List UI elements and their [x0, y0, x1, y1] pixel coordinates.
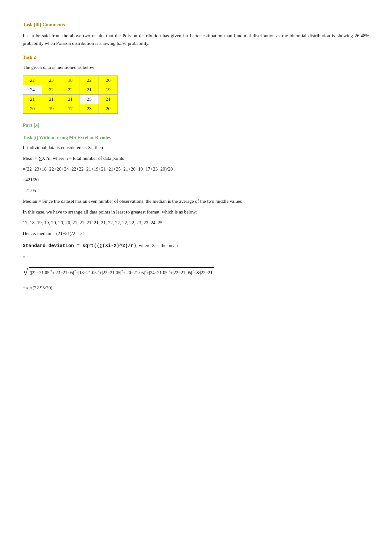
- table-cell: 20: [23, 104, 42, 113]
- task-i-intro: If individual data is considered as Xi, …: [23, 144, 369, 151]
- table-cell: 22: [80, 75, 99, 85]
- sqrt-content: (|22−21.05|2+|23−21.05|2+|18−21.05|2+|22…: [29, 267, 214, 277]
- sd-bold-formula: Standard deviation = sqrt((∑(Xi-X)^2)/n): [23, 243, 136, 249]
- table-cell: 21: [42, 94, 61, 104]
- task-iii-body: It can be said from the above two result…: [23, 32, 369, 47]
- task2-section: Task 2 The given data is mentioned as be…: [23, 53, 369, 114]
- table-cell: 20: [99, 104, 118, 113]
- sd-eq: =: [23, 253, 369, 261]
- table-cell: 22: [61, 85, 80, 94]
- table-cell: 17: [61, 104, 80, 113]
- table-cell: 21: [61, 94, 80, 104]
- mean-calc1: =(22+23+18+22+20+24+22+22+21+19+21+21+25…: [23, 165, 369, 173]
- task-iii-section: Task [iii] Comments It can be said from …: [23, 21, 369, 47]
- table-cell: 19: [99, 85, 118, 94]
- table-cell: 19: [42, 104, 61, 113]
- table-cell: 20: [99, 75, 118, 85]
- part-a-heading: Part [a]: [23, 121, 369, 129]
- table-cell: 21: [80, 85, 99, 94]
- table-cell: 21: [23, 94, 42, 104]
- table-cell: 18: [61, 75, 80, 85]
- median-sorted: 17, 18, 19, 19, 20, 20, 20, 21, 21, 21, …: [23, 219, 369, 226]
- median-calc: Hence, median = (21+21)/2 = 21: [23, 230, 369, 237]
- table-cell: 23: [80, 104, 99, 113]
- median-arrange-desc: In this case, we have to arrange all dat…: [23, 208, 369, 216]
- table-cell: 22: [42, 85, 61, 94]
- task-i-heading: Task [i] Without using MS Excel or R cod…: [23, 134, 369, 141]
- sd-sqrt-formula: √ (|22−21.05|2+|23−21.05|2+|18−21.05|2+|…: [23, 267, 214, 277]
- task-iii-heading: Task [iii] Comments: [23, 21, 369, 29]
- task2-intro: The given data is mentioned as below:: [23, 63, 369, 71]
- task2-heading: Task 2: [23, 53, 369, 61]
- sd-formula-label: Standard deviation = sqrt((∑(Xi-X)^2)/n)…: [23, 242, 369, 250]
- median-desc: Median = Since the dataset has an even n…: [23, 197, 369, 205]
- table-cell: 24: [23, 85, 42, 94]
- sd-final: =sqrt(72.95/20): [23, 284, 369, 292]
- part-a-section: Part [a] Task [i] Without using MS Excel…: [23, 121, 369, 292]
- mean-formula: Mean = ∑Xi/n, where n = total number of …: [23, 154, 369, 162]
- mean-result: =21.05: [23, 187, 369, 194]
- table-cell: 23: [42, 75, 61, 85]
- mean-calc2: =421/20: [23, 176, 369, 184]
- table-cell: 25: [80, 94, 99, 104]
- table-cell: 21: [99, 94, 118, 104]
- data-table: 2223182220242222211921212125212019172320: [23, 75, 118, 114]
- sqrt-symbol: √: [23, 267, 28, 277]
- table-cell: 22: [23, 75, 42, 85]
